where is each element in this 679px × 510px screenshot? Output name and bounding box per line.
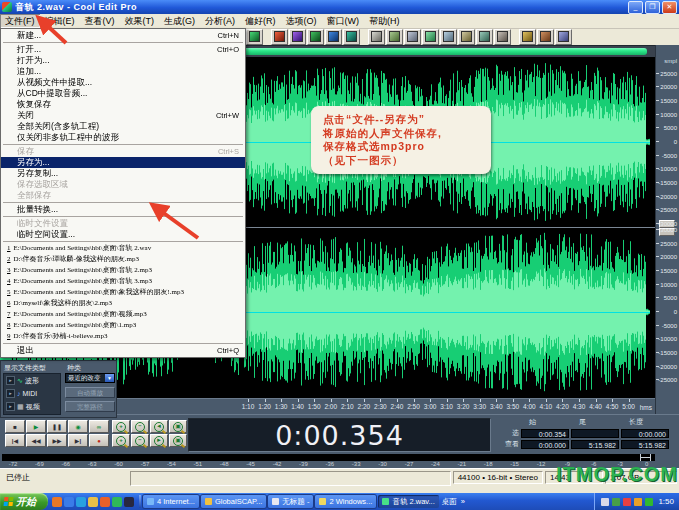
task-button[interactable]: 音轨 2.wav... <box>378 495 438 508</box>
file-menu-item[interactable]: 恢复保存 <box>1 99 245 110</box>
save-file-button[interactable] <box>386 29 403 45</box>
file-menu-item[interactable]: 临时空间设置... <box>1 229 245 240</box>
auto-play-button[interactable]: 自动播放 <box>65 387 115 398</box>
edit-view-button[interactable] <box>307 29 324 45</box>
loop-button[interactable]: ∞ <box>89 420 109 433</box>
open-file-button[interactable] <box>368 29 385 45</box>
zoom-out-button[interactable]: − <box>131 420 149 433</box>
recent-file-1[interactable]: 1E:\Documents and Settings\hbi\桌面\音轨 2.w… <box>1 243 245 254</box>
file-menu-item[interactable]: 从CD中提取音频... <box>1 88 245 99</box>
file-menu-item[interactable]: 保存Ctrl+S <box>1 146 245 157</box>
zoom-out-vertical-button[interactable]: − <box>131 434 149 447</box>
paste-button[interactable] <box>458 29 475 45</box>
photoshop-icon[interactable] <box>124 497 134 507</box>
zoom-full-button[interactable]: ▣ <box>169 420 187 433</box>
stop-button[interactable]: ■ <box>5 420 25 433</box>
recent-file-8[interactable]: 8E:\Documents and Settings\hbi\桌面\1.mp3 <box>1 320 245 331</box>
file-menu-item[interactable]: 退出Ctrl+Q <box>1 345 245 356</box>
recent-file-7[interactable]: 7E:\Documents and Settings\hbi\桌面\视频.mp3 <box>1 309 245 320</box>
go-to-start-button[interactable]: |◀ <box>5 434 25 447</box>
menubar-item-10[interactable]: 帮助(H) <box>364 14 405 28</box>
recent-file-2[interactable]: 2D:\伴奏音乐\谭咏麟-像我这样的朋友.mp3 <box>1 254 245 265</box>
play-button[interactable]: ▶ <box>26 420 46 433</box>
file-menu-item[interactable]: 打开...Ctrl+O <box>1 44 245 55</box>
start-button[interactable]: 开始 <box>0 493 48 510</box>
file-menu-item[interactable]: 新建...Ctrl+N <box>1 30 245 41</box>
firefox-icon[interactable] <box>52 497 62 507</box>
file-menu-item[interactable]: 仅关闭非多轨工程中的波形 <box>1 132 245 143</box>
file-menu-item[interactable]: 打开为... <box>1 55 245 66</box>
trim-button[interactable] <box>494 29 511 45</box>
file-menu-item[interactable]: 全部保存 <box>1 190 245 201</box>
menubar-item-3[interactable]: 查看(V) <box>80 14 120 28</box>
task-button[interactable]: 4 Internet... <box>143 495 199 508</box>
help-button[interactable] <box>555 29 572 45</box>
amplitude-ruler[interactable]: smpl 2500020000150001000050000-5000-1000… <box>655 45 679 414</box>
level-meter[interactable] <box>2 454 655 461</box>
menubar-item-6[interactable]: 分析(A) <box>200 14 240 28</box>
recent-file-5[interactable]: 5E:\Documents and Settings\hbi\桌面\象我这样的朋… <box>1 287 245 298</box>
filetype-video-row[interactable]: ▸▦视频 <box>4 400 60 413</box>
minimize-button[interactable]: _ <box>628 1 643 14</box>
file-menu-item[interactable]: 另存复制... <box>1 168 245 179</box>
volume-icon[interactable] <box>601 498 609 506</box>
folder-icon[interactable] <box>88 497 98 507</box>
play-from-cursor-button[interactable]: ◉ <box>68 420 88 433</box>
chevron-down-icon[interactable]: ▼ <box>105 374 114 382</box>
close-button[interactable]: ✕ <box>662 1 677 14</box>
msn-tray-icon[interactable] <box>645 498 653 506</box>
scripts-button[interactable] <box>537 29 554 45</box>
file-menu-item[interactable]: 另存为... <box>1 157 245 168</box>
menubar-item-5[interactable]: 生成(G) <box>159 14 200 28</box>
spectral-view-button[interactable] <box>289 29 306 45</box>
zoom-window-button[interactable]: ▣ <box>169 434 187 447</box>
rewind-button[interactable]: ◀◀ <box>26 434 46 447</box>
copy-button[interactable] <box>440 29 457 45</box>
play-clip-button[interactable] <box>422 29 439 45</box>
menubar-item-4[interactable]: 效果(T) <box>120 14 160 28</box>
file-menu-item[interactable]: 追加... <box>1 66 245 77</box>
menubar-item-8[interactable]: 选项(O) <box>281 14 322 28</box>
file-menu-item[interactable]: 批量转换... <box>1 204 245 215</box>
zoom-in-vertical-button[interactable]: + <box>112 434 130 447</box>
file-menu-item[interactable]: 从视频文件中提取... <box>1 77 245 88</box>
file-menu-item[interactable]: 保存选取区域 <box>1 179 245 190</box>
waveform-view-button[interactable] <box>271 29 288 45</box>
desktop-toolbar-label[interactable]: 桌面 <box>442 497 457 507</box>
file-menu-item[interactable]: 全部关闭(含多轨工程) <box>1 121 245 132</box>
recent-file-3[interactable]: 3E:\Documents and Settings\hbi\桌面\音轨 2.m… <box>1 265 245 276</box>
record-button[interactable]: ● <box>89 434 109 447</box>
maximize-button[interactable]: ❐ <box>645 1 660 14</box>
msn-icon[interactable] <box>76 497 86 507</box>
task-button[interactable]: GlobalSCAP... <box>201 495 266 508</box>
sort-dropdown[interactable]: 最近的改变 ▼ <box>65 373 115 383</box>
go-to-end-button[interactable]: ▶| <box>68 434 88 447</box>
filetype-midi-row[interactable]: ▸♪MIDI <box>4 387 60 400</box>
settings-button[interactable] <box>519 29 536 45</box>
pause-button[interactable]: ❚❚ <box>47 420 67 433</box>
menubar-item-9[interactable]: 窗口(W) <box>322 14 365 28</box>
antivirus-icon[interactable] <box>634 498 642 506</box>
acdsee-icon[interactable] <box>112 497 122 507</box>
cue-list-button[interactable] <box>246 29 263 45</box>
full-path-button[interactable]: 完整路径 <box>65 401 115 412</box>
zoom-to-selection-button[interactable]: ◄ <box>150 420 168 433</box>
undo-button[interactable] <box>404 29 421 45</box>
chevron-right-icon[interactable]: » <box>461 497 465 506</box>
multitrack-view-button[interactable] <box>325 29 342 45</box>
recent-file-6[interactable]: 6D:\myself\象我这样的朋友\2.mp3 <box>1 298 245 309</box>
ie-icon[interactable] <box>64 497 74 507</box>
menubar-item-7[interactable]: 偏好(R) <box>240 14 281 28</box>
zoom-right-button[interactable]: ► <box>150 434 168 447</box>
recent-file-4[interactable]: 4E:\Documents and Settings\hbi\桌面\音轨 3.m… <box>1 276 245 287</box>
file-menu-item[interactable]: 临时文件设置 <box>1 218 245 229</box>
menubar-item-1[interactable]: 文件(F) <box>0 14 40 28</box>
recent-file-9[interactable]: 9D:\伴奏音乐\孙楠-i-believe.mp3 <box>1 331 245 342</box>
filetype-video-checkbox[interactable]: ▸ <box>6 402 15 411</box>
menubar-item-2[interactable]: 编辑(E) <box>40 14 80 28</box>
filetype-wave-checkbox[interactable]: ▸ <box>6 376 15 385</box>
task-button[interactable]: 无标题 - <box>268 495 313 508</box>
zoom-in-button[interactable]: + <box>112 420 130 433</box>
filetype-midi-checkbox[interactable]: ▸ <box>6 389 15 398</box>
mix-paste-button[interactable] <box>476 29 493 45</box>
